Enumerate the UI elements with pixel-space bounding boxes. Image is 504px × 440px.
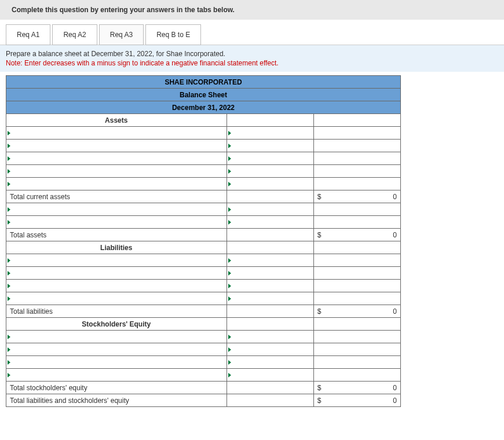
currency-symbol: $ bbox=[317, 307, 322, 316]
cell-blank bbox=[313, 178, 400, 190]
liability-line-dropdown[interactable] bbox=[6, 254, 227, 267]
tab-label: Req A2 bbox=[63, 31, 86, 39]
asset-line-dropdown[interactable] bbox=[6, 127, 227, 140]
liability-amount-input[interactable] bbox=[227, 280, 313, 292]
currency-symbol: $ bbox=[317, 231, 322, 239]
balance-sheet-table: SHAE INCORPORATED Balance Sheet December… bbox=[6, 75, 401, 407]
cell-blank bbox=[227, 114, 313, 127]
cell-blank bbox=[313, 114, 400, 127]
tabs-row: Req A1 Req A2 Req A3 Req B to E bbox=[0, 24, 504, 45]
liability-line-dropdown[interactable] bbox=[6, 267, 227, 280]
amount: 0 bbox=[393, 231, 397, 239]
total-liab-equity-label: Total liabilities and stockholders' equi… bbox=[6, 394, 227, 407]
cell-blank bbox=[313, 267, 400, 280]
currency-symbol: $ bbox=[317, 193, 322, 201]
amount: 0 bbox=[393, 307, 397, 316]
liability-line-dropdown[interactable] bbox=[6, 280, 227, 292]
total-stockholders-equity-value: $0 bbox=[313, 382, 400, 394]
asset-line-dropdown[interactable] bbox=[6, 178, 227, 190]
equity-amount-input[interactable] bbox=[227, 369, 313, 382]
cell-blank bbox=[227, 241, 313, 254]
amount: 0 bbox=[393, 397, 397, 405]
sheet-title: Balance Sheet bbox=[6, 89, 401, 101]
equity-amount-input[interactable] bbox=[227, 343, 313, 356]
cell-blank bbox=[313, 343, 400, 356]
asset-line-dropdown[interactable] bbox=[6, 203, 227, 216]
section-liabilities: Liabilities bbox=[6, 241, 227, 254]
cell-blank bbox=[227, 229, 313, 241]
tab-label: Req B to E bbox=[156, 31, 190, 39]
prepare-text: Prepare a balance sheet at December 31, … bbox=[6, 50, 498, 58]
total-liabilities-label: Total liabilities bbox=[6, 305, 227, 318]
cell-blank bbox=[227, 190, 313, 203]
prepare-note: Note: Enter decreases with a minus sign … bbox=[6, 59, 498, 67]
asset-amount-input[interactable] bbox=[227, 203, 313, 216]
equity-line-dropdown[interactable] bbox=[6, 356, 227, 369]
liability-amount-input[interactable] bbox=[227, 292, 313, 305]
instruction-banner: Complete this question by entering your … bbox=[0, 0, 504, 20]
equity-amount-input[interactable] bbox=[227, 356, 313, 369]
asset-amount-input[interactable] bbox=[227, 152, 313, 165]
total-liab-equity-value: $0 bbox=[313, 394, 400, 407]
cell-blank bbox=[313, 165, 400, 178]
asset-amount-input[interactable] bbox=[227, 165, 313, 178]
amount: 0 bbox=[393, 193, 397, 201]
asset-amount-input[interactable] bbox=[227, 178, 313, 190]
cell-blank bbox=[227, 382, 313, 394]
tab-req-a3[interactable]: Req A3 bbox=[99, 24, 144, 45]
sheet-date: December 31, 2022 bbox=[6, 101, 401, 114]
total-stockholders-equity-label: Total stockholders' equity bbox=[6, 382, 227, 394]
tab-label: Req A1 bbox=[17, 31, 39, 39]
tab-req-a1[interactable]: Req A1 bbox=[6, 24, 50, 45]
cell-blank bbox=[313, 203, 400, 216]
currency-symbol: $ bbox=[317, 384, 322, 392]
cell-blank bbox=[313, 318, 400, 331]
tab-req-b-to-e[interactable]: Req B to E bbox=[145, 24, 201, 45]
currency-symbol: $ bbox=[317, 397, 322, 405]
prepare-block: Prepare a balance sheet at December 31, … bbox=[0, 45, 504, 72]
cell-blank bbox=[227, 394, 313, 407]
equity-line-dropdown[interactable] bbox=[6, 331, 227, 343]
cell-blank bbox=[313, 254, 400, 267]
liability-amount-input[interactable] bbox=[227, 254, 313, 267]
total-current-assets-label: Total current assets bbox=[6, 190, 227, 203]
asset-line-dropdown[interactable] bbox=[6, 165, 227, 178]
cell-blank bbox=[313, 356, 400, 369]
cell-blank bbox=[313, 292, 400, 305]
tab-req-a2[interactable]: Req A2 bbox=[52, 24, 97, 45]
cell-blank bbox=[313, 127, 400, 140]
cell-blank bbox=[313, 140, 400, 152]
section-equity: Stockholders' Equity bbox=[6, 318, 227, 331]
total-assets-label: Total assets bbox=[6, 229, 227, 241]
company-name: SHAE INCORPORATED bbox=[6, 76, 401, 89]
section-assets: Assets bbox=[6, 114, 227, 127]
asset-amount-input[interactable] bbox=[227, 140, 313, 152]
asset-amount-input[interactable] bbox=[227, 127, 313, 140]
total-assets-value: $0 bbox=[313, 229, 400, 241]
asset-line-dropdown[interactable] bbox=[6, 140, 227, 152]
cell-blank bbox=[313, 280, 400, 292]
cell-blank bbox=[313, 369, 400, 382]
instruction-text: Complete this question by entering your … bbox=[12, 6, 235, 14]
asset-amount-input[interactable] bbox=[227, 216, 313, 229]
equity-line-dropdown[interactable] bbox=[6, 369, 227, 382]
liability-line-dropdown[interactable] bbox=[6, 292, 227, 305]
total-current-assets-value: $0 bbox=[313, 190, 400, 203]
cell-blank bbox=[313, 152, 400, 165]
asset-line-dropdown[interactable] bbox=[6, 216, 227, 229]
equity-line-dropdown[interactable] bbox=[6, 343, 227, 356]
tab-label: Req A3 bbox=[110, 31, 133, 39]
amount: 0 bbox=[393, 384, 397, 392]
equity-amount-input[interactable] bbox=[227, 331, 313, 343]
cell-blank bbox=[227, 305, 313, 318]
total-liabilities-value: $0 bbox=[313, 305, 400, 318]
cell-blank bbox=[313, 216, 400, 229]
liability-amount-input[interactable] bbox=[227, 267, 313, 280]
cell-blank bbox=[313, 241, 400, 254]
cell-blank bbox=[313, 331, 400, 343]
asset-line-dropdown[interactable] bbox=[6, 152, 227, 165]
cell-blank bbox=[227, 318, 313, 331]
